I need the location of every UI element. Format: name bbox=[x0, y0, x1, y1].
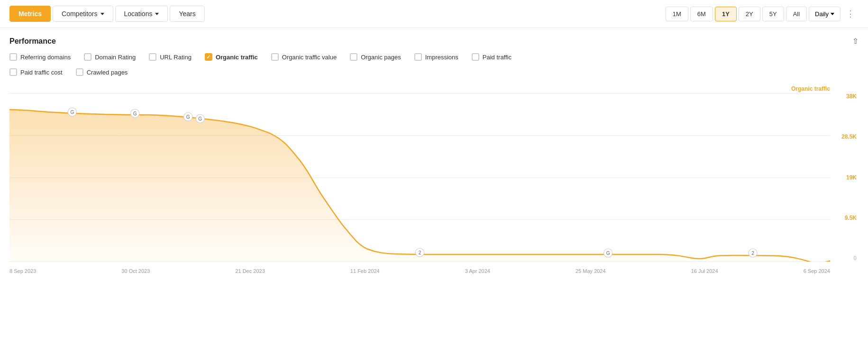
metric-url-rating[interactable]: URL Rating bbox=[149, 53, 192, 61]
more-options-button[interactable]: ⋮ bbox=[842, 7, 859, 21]
metric-paid-traffic-cost[interactable]: Paid traffic cost bbox=[9, 68, 63, 76]
y-axis: 38K 28.5K 19K 9.5K 0 bbox=[831, 93, 859, 262]
time-5y[interactable]: 5Y bbox=[762, 7, 784, 21]
time-6m[interactable]: 6M bbox=[690, 7, 713, 21]
tab-group: Metrics Competitors Locations Years bbox=[9, 6, 205, 22]
metric-organic-traffic-value[interactable]: Organic traffic value bbox=[271, 53, 337, 61]
metric-label-paid-traffic: Paid traffic bbox=[483, 54, 512, 61]
x-label-0: 8 Sep 2023 bbox=[9, 268, 36, 274]
chart-legend-organic: Organic traffic bbox=[791, 85, 830, 92]
metric-label-referring-domains: Referring domains bbox=[20, 54, 71, 61]
performance-section: Performance ⇧ Referring domains Domain R… bbox=[0, 28, 868, 80]
time-2y[interactable]: 2Y bbox=[739, 7, 760, 21]
checkbox-paid-traffic[interactable] bbox=[472, 53, 479, 61]
metric-label-impressions: Impressions bbox=[425, 54, 458, 61]
x-label-7: 6 Sep 2024 bbox=[804, 268, 830, 274]
chart-svg: G G G G 2 G 2 bbox=[9, 93, 830, 262]
checkbox-referring-domains[interactable] bbox=[9, 53, 17, 61]
x-label-6: 16 Jul 2024 bbox=[691, 268, 718, 274]
metrics-row-2: Paid traffic cost Crawled pages bbox=[9, 68, 859, 80]
metric-label-organic-traffic: Organic traffic bbox=[216, 54, 258, 61]
svg-text:G: G bbox=[186, 114, 190, 120]
svg-text:2: 2 bbox=[419, 250, 421, 255]
metric-referring-domains[interactable]: Referring domains bbox=[9, 53, 71, 61]
x-axis: 8 Sep 2023 30 Oct 2023 21 Dec 2023 11 Fe… bbox=[9, 264, 830, 278]
chevron-down-icon bbox=[101, 13, 104, 15]
y-label-38k: 38K bbox=[831, 93, 859, 100]
metrics-row-1: Referring domains Domain Rating URL Rati… bbox=[9, 53, 859, 65]
tab-metrics[interactable]: Metrics bbox=[9, 6, 51, 22]
metric-label-organic-pages: Organic pages bbox=[361, 54, 401, 61]
time-1m[interactable]: 1M bbox=[666, 7, 688, 21]
metric-label-crawled-pages: Crawled pages bbox=[87, 69, 128, 76]
checkbox-organic-pages[interactable] bbox=[350, 53, 357, 61]
time-all[interactable]: All bbox=[786, 7, 807, 21]
chart-container: G G G G 2 G 2 38K 28.5K 19K 9.5K 0 bbox=[9, 93, 859, 278]
metric-organic-traffic[interactable]: Organic traffic bbox=[205, 53, 258, 61]
checkbox-impressions[interactable] bbox=[414, 53, 422, 61]
metric-label-paid-traffic-cost: Paid traffic cost bbox=[20, 69, 63, 76]
metric-organic-pages[interactable]: Organic pages bbox=[350, 53, 401, 61]
section-header: Performance ⇧ bbox=[9, 37, 859, 46]
checkbox-url-rating[interactable] bbox=[149, 53, 156, 61]
tab-locations[interactable]: Locations bbox=[115, 6, 168, 22]
tab-years[interactable]: Years bbox=[170, 6, 204, 22]
checkbox-organic-traffic-value[interactable] bbox=[271, 53, 279, 61]
y-label-28k: 28.5K bbox=[831, 133, 859, 140]
chevron-down-icon bbox=[155, 13, 159, 15]
metric-label-domain-rating: Domain Rating bbox=[95, 54, 136, 61]
x-label-5: 25 May 2024 bbox=[576, 268, 606, 274]
metric-paid-traffic[interactable]: Paid traffic bbox=[472, 53, 512, 61]
x-label-3: 11 Feb 2024 bbox=[350, 268, 380, 274]
x-label-2: 21 Dec 2023 bbox=[235, 268, 265, 274]
metric-crawled-pages[interactable]: Crawled pages bbox=[76, 68, 128, 76]
checkbox-crawled-pages[interactable] bbox=[76, 68, 83, 76]
collapse-button[interactable]: ⇧ bbox=[852, 37, 859, 46]
svg-text:2: 2 bbox=[751, 251, 754, 256]
metric-impressions[interactable]: Impressions bbox=[414, 53, 458, 61]
top-bar: Metrics Competitors Locations Years 1M 6… bbox=[0, 0, 868, 28]
svg-text:G: G bbox=[133, 111, 137, 116]
metric-domain-rating[interactable]: Domain Rating bbox=[84, 53, 136, 61]
grid-line-bottom bbox=[9, 262, 830, 262]
svg-text:G: G bbox=[198, 116, 202, 122]
y-label-19k: 19K bbox=[831, 174, 859, 181]
chevron-down-icon bbox=[831, 13, 834, 15]
checkbox-organic-traffic[interactable] bbox=[205, 53, 212, 61]
x-label-1: 30 Oct 2023 bbox=[121, 268, 150, 274]
metric-label-url-rating: URL Rating bbox=[160, 54, 192, 61]
checkbox-domain-rating[interactable] bbox=[84, 53, 91, 61]
metric-label-organic-traffic-value: Organic traffic value bbox=[282, 54, 337, 61]
x-label-4: 3 Apr 2024 bbox=[465, 268, 490, 274]
time-controls: 1M 6M 1Y 2Y 5Y All Daily ⋮ bbox=[666, 7, 859, 21]
svg-text:G: G bbox=[606, 251, 610, 256]
chart-wrapper: Organic traffic G bbox=[0, 84, 868, 278]
tab-competitors[interactable]: Competitors bbox=[53, 6, 113, 22]
y-label-9k: 9.5K bbox=[831, 215, 859, 221]
checkbox-paid-traffic-cost[interactable] bbox=[9, 68, 17, 76]
y-label-0: 0 bbox=[831, 255, 859, 262]
section-title: Performance bbox=[9, 37, 56, 46]
svg-text:G: G bbox=[70, 110, 74, 115]
granularity-selector[interactable]: Daily bbox=[809, 7, 841, 21]
time-1y[interactable]: 1Y bbox=[715, 7, 737, 21]
